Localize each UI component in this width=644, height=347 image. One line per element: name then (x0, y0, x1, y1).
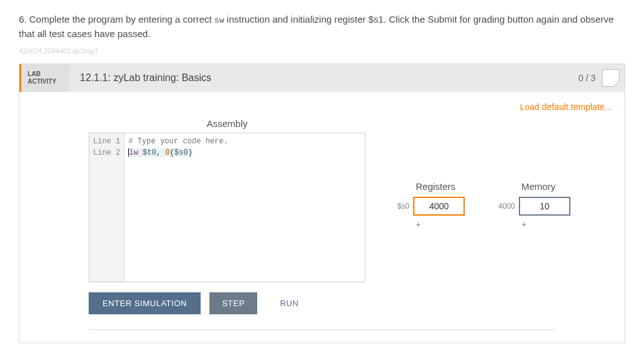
step-button[interactable]: STEP (209, 292, 257, 314)
code-editor[interactable]: Line 1 Line 2 # Type your code here. lw … (89, 133, 365, 282)
register-name: $s1 (369, 14, 384, 25)
memory-value[interactable]: 10 (519, 197, 570, 216)
memory-address: 4000 (496, 202, 519, 211)
lab-activity-container: LAB ACTIVITY 12.1.1: zyLab training: Bas… (19, 63, 625, 343)
memory-title: Memory (496, 181, 570, 192)
enter-simulation-button[interactable]: ENTER SIMULATION (89, 292, 201, 314)
register-row: $s0 4000 (391, 197, 465, 216)
divider (89, 329, 555, 330)
memory-row: 4000 10 (496, 197, 570, 216)
code-gutter: Line 1 Line 2 (89, 133, 125, 282)
assembly-heading: Assembly (89, 118, 365, 129)
registers-panel: Registers $s0 4000 + (391, 181, 465, 229)
register-label: $s0 (391, 202, 413, 211)
code-area[interactable]: # Type your code here. lw $t0, 0($s0) (125, 133, 365, 282)
code-sw: sw (214, 16, 225, 25)
add-memory-button[interactable]: + (496, 219, 570, 229)
registers-title: Registers (391, 181, 465, 192)
lab-score: 0 / 3 (579, 64, 625, 92)
run-button[interactable]: RUN (266, 292, 313, 314)
load-template-link[interactable]: Load default template... (32, 102, 612, 112)
lab-tag: LAB ACTIVITY (19, 64, 70, 92)
watermark-id: 422624.2044402.qx3zqy7 (19, 47, 625, 55)
register-value[interactable]: 4000 (413, 197, 465, 216)
instruction-text: 6.Complete the program by entering a cor… (19, 13, 625, 41)
score-chip-icon (602, 69, 619, 87)
add-register-button[interactable]: + (391, 219, 465, 229)
lab-title: 12.1.1: zyLab training: Basics (70, 64, 579, 92)
memory-panel: Memory 4000 10 + (496, 181, 570, 229)
lab-header: LAB ACTIVITY 12.1.1: zyLab training: Bas… (19, 64, 625, 92)
